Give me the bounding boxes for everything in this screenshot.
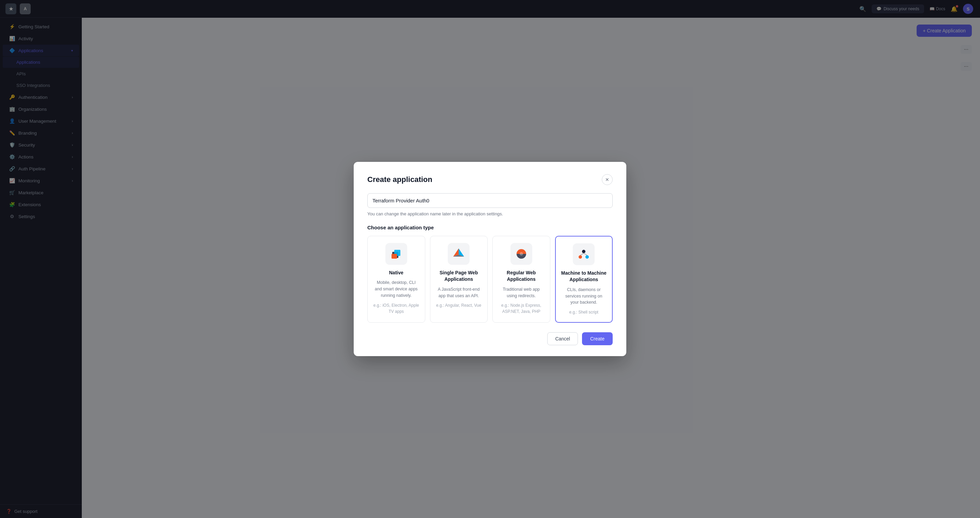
create-button[interactable]: Create	[582, 332, 612, 345]
modal-title: Create application	[368, 175, 433, 184]
web-icon	[511, 243, 532, 265]
svg-line-10	[584, 253, 587, 255]
web-desc: Traditional web app using redirects.	[498, 286, 544, 299]
m2m-name: Machine to Machine Applications	[561, 270, 607, 283]
native-name: Native	[389, 269, 403, 276]
m2m-icon	[573, 243, 595, 265]
m2m-desc: CLIs, daemons or services running on you…	[561, 287, 607, 306]
m2m-example: e.g.: Shell script	[570, 309, 598, 315]
web-example: e.g.: Node.js Express, ASP.NET, Java, PH…	[498, 302, 544, 314]
modal-close-button[interactable]: ✕	[602, 174, 612, 185]
spa-desc: A JavaScript front-end app that uses an …	[436, 286, 482, 299]
app-name-hint: You can change the application name late…	[368, 211, 612, 217]
native-icon	[385, 243, 407, 265]
app-type-spa[interactable]: Single Page Web Applications A JavaScrip…	[430, 236, 488, 323]
app-type-native[interactable]: Native Mobile, desktop, CLI and smart de…	[368, 236, 425, 323]
spa-name: Single Page Web Applications	[436, 269, 482, 283]
cancel-button[interactable]: Cancel	[547, 332, 578, 345]
app-type-m2m[interactable]: Machine to Machine Applications CLIs, da…	[555, 236, 613, 323]
native-desc: Mobile, desktop, CLI and smart device ap…	[373, 279, 420, 298]
create-application-modal: Create application ✕ You can change the …	[354, 162, 626, 356]
app-type-grid: Native Mobile, desktop, CLI and smart de…	[368, 236, 612, 323]
svg-rect-2	[391, 254, 397, 259]
svg-point-7	[579, 255, 582, 259]
web-name: Regular Web Applications	[498, 269, 544, 283]
svg-point-6	[582, 250, 585, 253]
native-example: e.g.: iOS, Electron, Apple TV apps	[373, 302, 420, 314]
app-name-input[interactable]	[368, 193, 612, 208]
svg-point-5	[520, 252, 523, 256]
spa-icon	[448, 243, 469, 265]
modal-footer: Cancel Create	[368, 332, 612, 345]
modal-overlay: Create application ✕ You can change the …	[0, 0, 980, 518]
spa-example: e.g.: Angular, React, Vue	[436, 302, 481, 308]
app-type-section-title: Choose an application type	[368, 225, 612, 230]
svg-point-8	[585, 255, 589, 259]
modal-header: Create application ✕	[368, 174, 612, 185]
svg-line-9	[580, 253, 584, 255]
app-type-web[interactable]: Regular Web Applications Traditional web…	[492, 236, 550, 323]
